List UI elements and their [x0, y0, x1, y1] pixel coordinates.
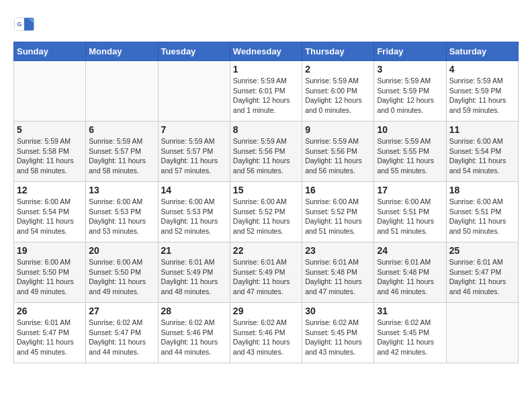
calendar-day-cell: 8Sunrise: 5:59 AM Sunset: 5:56 PM Daylig…: [230, 122, 302, 182]
day-number: 4: [449, 64, 515, 75]
day-number: 2: [305, 64, 371, 75]
day-info: Sunrise: 6:02 AM Sunset: 5:47 PM Dayligh…: [89, 318, 154, 357]
weekday-header: Saturday: [446, 42, 518, 61]
day-number: 14: [161, 185, 227, 195]
calendar-day-cell: 13Sunrise: 6:00 AM Sunset: 5:53 PM Dayli…: [86, 182, 158, 242]
calendar-day-cell: [158, 61, 230, 122]
day-info: Sunrise: 5:59 AM Sunset: 5:55 PM Dayligh…: [377, 136, 443, 176]
calendar-day-cell: 25Sunrise: 6:01 AM Sunset: 5:47 PM Dayli…: [446, 242, 518, 303]
calendar-day-cell: 7Sunrise: 5:59 AM Sunset: 5:57 PM Daylig…: [158, 122, 230, 182]
calendar-day-cell: 16Sunrise: 6:00 AM Sunset: 5:52 PM Dayli…: [302, 182, 374, 242]
weekday-row: SundayMondayTuesdayWednesdayThursdayFrid…: [14, 42, 519, 61]
day-number: 20: [89, 245, 154, 256]
day-number: 26: [17, 306, 83, 316]
day-number: 17: [377, 185, 443, 195]
day-number: 29: [233, 306, 299, 316]
calendar-day-cell: 14Sunrise: 6:00 AM Sunset: 5:53 PM Dayli…: [158, 182, 230, 242]
calendar-day-cell: 20Sunrise: 6:00 AM Sunset: 5:50 PM Dayli…: [86, 242, 158, 303]
weekday-header: Tuesday: [158, 42, 230, 61]
logo: G: [13, 13, 38, 35]
day-number: 13: [89, 185, 154, 195]
logo-icon: G: [13, 13, 35, 35]
calendar-day-cell: 11Sunrise: 6:00 AM Sunset: 5:54 PM Dayli…: [446, 122, 518, 182]
day-info: Sunrise: 6:02 AM Sunset: 5:45 PM Dayligh…: [305, 318, 371, 357]
page-header: G: [13, 13, 519, 35]
day-number: 15: [233, 185, 299, 195]
calendar-week-row: 5Sunrise: 5:59 AM Sunset: 5:58 PM Daylig…: [14, 122, 519, 182]
day-number: 3: [377, 64, 443, 75]
day-info: Sunrise: 6:00 AM Sunset: 5:54 PM Dayligh…: [17, 197, 83, 236]
weekday-header: Thursday: [302, 42, 374, 61]
day-info: Sunrise: 6:00 AM Sunset: 5:53 PM Dayligh…: [161, 197, 227, 236]
day-number: 10: [377, 124, 443, 135]
day-info: Sunrise: 6:00 AM Sunset: 5:52 PM Dayligh…: [233, 197, 299, 236]
day-info: Sunrise: 5:59 AM Sunset: 5:57 PM Dayligh…: [89, 136, 154, 176]
calendar-day-cell: 21Sunrise: 6:01 AM Sunset: 5:49 PM Dayli…: [158, 242, 230, 303]
day-info: Sunrise: 6:01 AM Sunset: 5:48 PM Dayligh…: [305, 257, 371, 297]
day-info: Sunrise: 6:00 AM Sunset: 5:51 PM Dayligh…: [377, 197, 443, 236]
calendar-table: SundayMondayTuesdayWednesdayThursdayFrid…: [13, 42, 519, 363]
calendar-day-cell: 27Sunrise: 6:02 AM Sunset: 5:47 PM Dayli…: [86, 303, 158, 363]
day-info: Sunrise: 6:00 AM Sunset: 5:54 PM Dayligh…: [449, 136, 515, 176]
day-info: Sunrise: 6:00 AM Sunset: 5:50 PM Dayligh…: [89, 257, 154, 297]
day-number: 8: [233, 124, 299, 135]
day-info: Sunrise: 6:00 AM Sunset: 5:52 PM Dayligh…: [305, 197, 371, 236]
day-number: 19: [17, 245, 83, 256]
weekday-header: Wednesday: [230, 42, 302, 61]
day-info: Sunrise: 6:01 AM Sunset: 5:47 PM Dayligh…: [17, 318, 83, 357]
day-info: Sunrise: 6:01 AM Sunset: 5:48 PM Dayligh…: [377, 257, 443, 297]
calendar-day-cell: 1Sunrise: 5:59 AM Sunset: 6:01 PM Daylig…: [230, 61, 302, 122]
calendar-day-cell: 17Sunrise: 6:00 AM Sunset: 5:51 PM Dayli…: [374, 182, 446, 242]
day-info: Sunrise: 5:59 AM Sunset: 5:58 PM Dayligh…: [17, 136, 83, 176]
calendar-day-cell: [446, 303, 518, 363]
day-info: Sunrise: 6:02 AM Sunset: 5:46 PM Dayligh…: [233, 318, 299, 357]
calendar-day-cell: 6Sunrise: 5:59 AM Sunset: 5:57 PM Daylig…: [86, 122, 158, 182]
calendar-day-cell: 10Sunrise: 5:59 AM Sunset: 5:55 PM Dayli…: [374, 122, 446, 182]
day-info: Sunrise: 6:01 AM Sunset: 5:49 PM Dayligh…: [233, 257, 299, 297]
day-info: Sunrise: 5:59 AM Sunset: 5:56 PM Dayligh…: [305, 136, 371, 176]
calendar-week-row: 12Sunrise: 6:00 AM Sunset: 5:54 PM Dayli…: [14, 182, 519, 242]
day-number: 30: [305, 306, 371, 316]
calendar-week-row: 1Sunrise: 5:59 AM Sunset: 6:01 PM Daylig…: [14, 61, 519, 122]
day-info: Sunrise: 6:00 AM Sunset: 5:50 PM Dayligh…: [17, 257, 83, 297]
weekday-header: Monday: [86, 42, 158, 61]
day-number: 24: [377, 245, 443, 256]
day-info: Sunrise: 6:02 AM Sunset: 5:45 PM Dayligh…: [377, 318, 443, 357]
day-number: 21: [161, 245, 227, 256]
day-info: Sunrise: 5:59 AM Sunset: 5:56 PM Dayligh…: [233, 136, 299, 176]
day-info: Sunrise: 6:01 AM Sunset: 5:47 PM Dayligh…: [449, 257, 515, 297]
calendar-day-cell: 4Sunrise: 5:59 AM Sunset: 5:59 PM Daylig…: [446, 61, 518, 122]
day-info: Sunrise: 6:02 AM Sunset: 5:46 PM Dayligh…: [161, 318, 227, 357]
day-info: Sunrise: 5:59 AM Sunset: 6:01 PM Dayligh…: [233, 76, 299, 116]
day-info: Sunrise: 5:59 AM Sunset: 6:00 PM Dayligh…: [305, 76, 371, 116]
calendar-day-cell: [14, 61, 86, 122]
day-number: 12: [17, 185, 83, 195]
day-info: Sunrise: 5:59 AM Sunset: 5:57 PM Dayligh…: [161, 136, 227, 176]
day-number: 31: [377, 306, 443, 316]
weekday-header: Friday: [374, 42, 446, 61]
day-info: Sunrise: 5:59 AM Sunset: 5:59 PM Dayligh…: [449, 76, 515, 116]
calendar-week-row: 26Sunrise: 6:01 AM Sunset: 5:47 PM Dayli…: [14, 303, 519, 363]
calendar-body: 1Sunrise: 5:59 AM Sunset: 6:01 PM Daylig…: [14, 61, 519, 363]
calendar-day-cell: 29Sunrise: 6:02 AM Sunset: 5:46 PM Dayli…: [230, 303, 302, 363]
calendar-day-cell: 31Sunrise: 6:02 AM Sunset: 5:45 PM Dayli…: [374, 303, 446, 363]
calendar-week-row: 19Sunrise: 6:00 AM Sunset: 5:50 PM Dayli…: [14, 242, 519, 303]
day-info: Sunrise: 5:59 AM Sunset: 5:59 PM Dayligh…: [377, 76, 443, 116]
calendar-day-cell: 28Sunrise: 6:02 AM Sunset: 5:46 PM Dayli…: [158, 303, 230, 363]
calendar-day-cell: 2Sunrise: 5:59 AM Sunset: 6:00 PM Daylig…: [302, 61, 374, 122]
calendar-day-cell: 22Sunrise: 6:01 AM Sunset: 5:49 PM Dayli…: [230, 242, 302, 303]
day-number: 5: [17, 124, 83, 135]
weekday-header: Sunday: [14, 42, 86, 61]
calendar-header: SundayMondayTuesdayWednesdayThursdayFrid…: [14, 42, 519, 61]
calendar-day-cell: 30Sunrise: 6:02 AM Sunset: 5:45 PM Dayli…: [302, 303, 374, 363]
day-number: 7: [161, 124, 227, 135]
day-number: 9: [305, 124, 371, 135]
calendar-day-cell: 24Sunrise: 6:01 AM Sunset: 5:48 PM Dayli…: [374, 242, 446, 303]
calendar-day-cell: 3Sunrise: 5:59 AM Sunset: 5:59 PM Daylig…: [374, 61, 446, 122]
calendar-day-cell: 19Sunrise: 6:00 AM Sunset: 5:50 PM Dayli…: [14, 242, 86, 303]
day-info: Sunrise: 6:00 AM Sunset: 5:51 PM Dayligh…: [449, 197, 515, 236]
day-number: 25: [449, 245, 515, 256]
day-info: Sunrise: 6:01 AM Sunset: 5:49 PM Dayligh…: [161, 257, 227, 297]
calendar-day-cell: 18Sunrise: 6:00 AM Sunset: 5:51 PM Dayli…: [446, 182, 518, 242]
day-number: 11: [449, 124, 515, 135]
